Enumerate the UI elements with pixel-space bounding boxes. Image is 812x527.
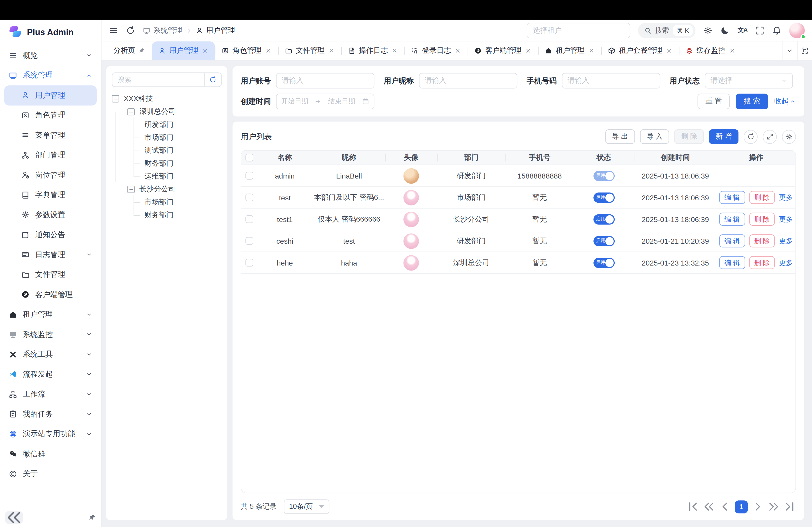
page-size-select[interactable]: 10条/页: [284, 499, 329, 514]
row-checkbox[interactable]: [245, 215, 253, 223]
sidebar-item-client[interactable]: 客户端管理: [4, 285, 97, 304]
tree-search-input[interactable]: 搜索: [112, 75, 204, 84]
row-checkbox[interactable]: [245, 259, 253, 267]
tree-node[interactable]: 长沙分公司: [112, 183, 222, 195]
prev-jump-button[interactable]: [703, 501, 715, 513]
sidebar-item-log[interactable]: 日志管理: [4, 245, 97, 265]
sidebar-item-overview[interactable]: 概览: [4, 46, 97, 65]
sidebar-item-my-task[interactable]: 我的任务: [4, 404, 97, 424]
sidebar-item-demo[interactable]: 演示站专用功能: [4, 424, 97, 444]
last-page-button[interactable]: [784, 501, 796, 513]
sidebar-item-notice[interactable]: 通知公告: [4, 225, 97, 245]
edit-button[interactable]: 编 辑: [719, 256, 745, 269]
close-icon[interactable]: [729, 48, 736, 54]
tab-缓存监控[interactable]: 缓存监控: [679, 42, 742, 60]
more-link[interactable]: 更多: [779, 236, 793, 245]
tab-租户管理[interactable]: 租户管理: [538, 42, 601, 60]
collapse-filters-link[interactable]: 收起: [774, 97, 796, 106]
sidebar-pin-button[interactable]: [89, 514, 96, 521]
first-page-button[interactable]: [686, 501, 699, 513]
sidebar-item-workflow[interactable]: 工作流: [4, 384, 97, 404]
close-icon[interactable]: [265, 48, 272, 54]
sidebar-item-tenant[interactable]: 租户管理: [4, 304, 97, 325]
tab-用户管理[interactable]: 用户管理: [152, 42, 215, 60]
tree-node[interactable]: 财务部门: [112, 209, 222, 221]
close-icon[interactable]: [525, 48, 532, 54]
more-link[interactable]: 更多: [779, 258, 793, 267]
sidebar-collapse-button[interactable]: [5, 511, 23, 524]
sidebar-item-about[interactable]: 关于: [4, 464, 97, 484]
tabs-dropdown-button[interactable]: [782, 42, 797, 60]
tree-node[interactable]: 市场部门: [112, 131, 222, 144]
sidebar-item-dict[interactable]: 字典管理: [4, 185, 97, 205]
sidebar-item-system[interactable]: 系统管理: [4, 65, 97, 85]
row-checkbox[interactable]: [245, 194, 253, 201]
tab-文件管理[interactable]: 文件管理: [278, 42, 341, 60]
sidebar-item-wechat[interactable]: 微信群: [4, 444, 97, 464]
sidebar-item-flow-start[interactable]: 流程发起: [4, 364, 97, 384]
tree-node[interactable]: XXX科技: [112, 92, 222, 105]
row-checkbox[interactable]: [245, 237, 253, 245]
table-settings-button[interactable]: [782, 130, 796, 144]
breadcrumb-item[interactable]: 系统管理: [143, 26, 182, 35]
close-icon[interactable]: [392, 48, 398, 54]
more-link[interactable]: 更多: [779, 215, 793, 224]
tab-角色管理[interactable]: 角色管理: [215, 42, 278, 60]
next-page-button[interactable]: [751, 501, 764, 513]
sidebar-item-file[interactable]: 文件管理: [4, 265, 97, 284]
nickname-input[interactable]: 请输入: [419, 73, 517, 89]
search-button[interactable]: 搜 索: [736, 94, 768, 109]
account-input[interactable]: 请输入: [276, 73, 374, 89]
tree-node[interactable]: 市场部门: [112, 196, 222, 209]
sidebar-item-user[interactable]: 用户管理: [4, 86, 97, 105]
content-fullscreen-button[interactable]: [797, 42, 812, 60]
breadcrumb-item-current[interactable]: 用户管理: [196, 26, 235, 35]
status-toggle[interactable]: 启用: [593, 192, 614, 202]
status-toggle[interactable]: 启用: [593, 236, 614, 246]
import-button[interactable]: 导 入: [640, 130, 669, 144]
settings-gear-icon[interactable]: [704, 26, 713, 35]
user-avatar[interactable]: [789, 22, 805, 38]
add-button[interactable]: 新 增: [709, 130, 738, 144]
reset-button[interactable]: 重 置: [698, 94, 730, 109]
edit-button[interactable]: 编 辑: [719, 235, 745, 247]
tree-node[interactable]: 深圳总公司: [112, 105, 222, 118]
tree-node[interactable]: 财务部门: [112, 157, 222, 170]
pin-icon[interactable]: [139, 48, 145, 54]
row-delete-button[interactable]: 删 除: [749, 213, 775, 226]
more-link[interactable]: 更多: [779, 193, 793, 202]
tree-collapse-icon[interactable]: [112, 95, 119, 102]
tree-refresh-button[interactable]: [204, 73, 221, 87]
sidebar-item-config[interactable]: 参数设置: [4, 205, 97, 225]
close-icon[interactable]: [588, 48, 595, 54]
row-checkbox[interactable]: [245, 172, 253, 179]
sidebar-item-role[interactable]: 角色管理: [4, 105, 97, 125]
close-icon[interactable]: [202, 48, 208, 54]
tab-登录日志[interactable]: 登录日志: [404, 42, 467, 60]
sidebar-item-menu-mgr[interactable]: 菜单管理: [4, 125, 97, 145]
status-toggle[interactable]: 启用: [593, 171, 614, 181]
status-toggle[interactable]: 启用: [593, 257, 614, 268]
row-delete-button[interactable]: 删 除: [749, 256, 775, 269]
tree-node[interactable]: 研发部门: [112, 118, 222, 131]
menu-toggle-icon[interactable]: [109, 26, 118, 35]
tree-node[interactable]: 运维部门: [112, 170, 222, 183]
current-page-button[interactable]: 1: [735, 500, 748, 513]
prev-page-button[interactable]: [719, 501, 731, 513]
close-icon[interactable]: [666, 48, 672, 54]
tree-collapse-icon[interactable]: [128, 185, 135, 193]
table-refresh-button[interactable]: [744, 130, 758, 144]
date-range-input[interactable]: 开始日期 结束日期: [276, 94, 374, 109]
sidebar-item-post[interactable]: 岗位管理: [4, 165, 97, 185]
next-jump-button[interactable]: [768, 501, 780, 513]
sidebar-item-dept[interactable]: 部门管理: [4, 145, 97, 165]
fullscreen-icon[interactable]: [755, 26, 764, 35]
status-select[interactable]: 请选择: [705, 73, 793, 89]
status-toggle[interactable]: 启用: [593, 214, 614, 224]
phone-input[interactable]: 请输入: [562, 73, 660, 89]
export-button[interactable]: 导 出: [605, 130, 635, 144]
sidebar-item-sys-monitor[interactable]: 系统监控: [4, 325, 97, 344]
row-delete-button[interactable]: 删 除: [749, 191, 775, 204]
notifications-bell-icon[interactable]: [772, 26, 781, 35]
table-fullscreen-button[interactable]: [763, 130, 777, 144]
